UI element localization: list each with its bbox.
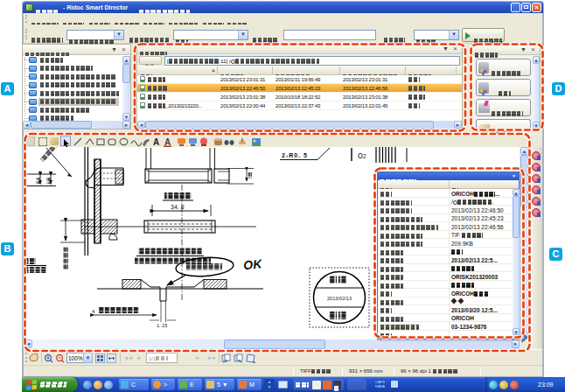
svg-text:OK: OK	[242, 256, 262, 272]
svg-text:2013/02/13: 2013/02/13	[327, 296, 352, 301]
svg-text:34. 8: 34. 8	[171, 204, 185, 210]
svg-text:4: 4	[92, 309, 95, 314]
svg-text:1. 15: 1. 15	[157, 323, 167, 328]
svg-text:2-R0. 5: 2-R0. 5	[282, 152, 308, 158]
svg-text:A: A	[153, 137, 159, 147]
svg-text:A: A	[164, 137, 171, 147]
svg-text:2: 2	[363, 153, 366, 159]
